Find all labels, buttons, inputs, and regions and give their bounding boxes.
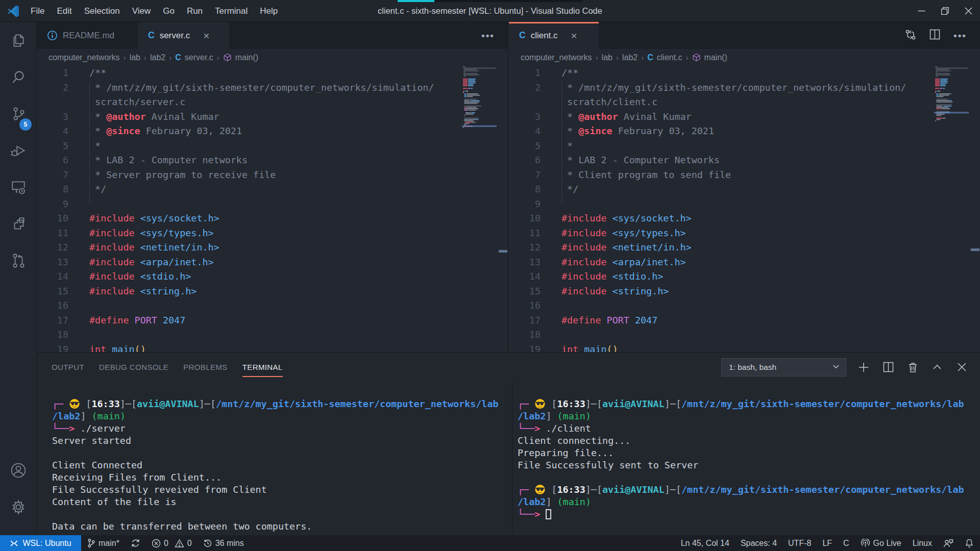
trash-icon — [908, 362, 918, 373]
breadcrumb-symbol[interactable]: main() — [235, 53, 258, 62]
activity-run-debug[interactable] — [0, 132, 37, 169]
split-editor-icon[interactable] — [929, 29, 940, 42]
menu-edit[interactable]: Edit — [51, 0, 78, 22]
menu-file[interactable]: File — [24, 0, 51, 22]
close-tab-icon[interactable]: × — [203, 30, 209, 41]
breadcrumb-folder[interactable]: lab2 — [622, 53, 638, 62]
kill-terminal-button[interactable] — [906, 361, 919, 373]
warnings-count: 0 — [187, 539, 192, 548]
close-window-button[interactable] — [957, 0, 980, 22]
breadcrumb-folder[interactable]: lab2 — [150, 53, 165, 62]
tab-readme-md[interactable]: README.md — [37, 22, 138, 49]
status-cursor-position[interactable]: Ln 45, Col 14 — [675, 535, 735, 551]
settings-gear-icon — [10, 498, 27, 516]
sunglasses-emoji-icon — [534, 398, 546, 409]
activity-explorer[interactable] — [0, 22, 37, 59]
breadcrumb-file[interactable]: server.c — [185, 53, 213, 62]
terminal-line: /lab2] (main) — [52, 410, 499, 422]
remote-indicator[interactable]: WSL: Ubuntu — [0, 535, 81, 551]
minimize-button[interactable] — [910, 0, 933, 22]
split-terminal-icon — [883, 362, 894, 372]
tab-server-c[interactable]: C server.c × — [138, 22, 229, 49]
terminal-cursor — [546, 509, 551, 519]
plus-icon — [858, 362, 869, 373]
code-editor-server[interactable]: 1/**2 * /mnt/z/my_git/sixth-semester/com… — [37, 66, 508, 352]
panel-tab-debug-console[interactable]: DEBUG CONSOLE — [99, 353, 168, 382]
menu-run[interactable]: Run — [181, 0, 209, 22]
activity-source-control[interactable]: 5 — [0, 95, 37, 132]
status-timer[interactable]: 36 mins — [198, 535, 250, 551]
terminal-server[interactable]: ┌─ [16:33]─[avii@AVINAL]─[/mnt/z/my_git/… — [52, 398, 499, 533]
extensions-icon — [10, 215, 27, 233]
c-file-icon: C — [148, 30, 155, 41]
close-panel-button[interactable] — [955, 361, 968, 373]
panel-tab-terminal[interactable]: TERMINAL — [242, 353, 283, 382]
activity-remote-explorer[interactable] — [0, 169, 37, 206]
restore-button[interactable] — [933, 0, 957, 22]
menu-terminal[interactable]: Terminal — [209, 0, 254, 22]
menu-selection[interactable]: Selection — [78, 0, 126, 22]
errors-icon — [152, 539, 161, 548]
breadcrumb-folder[interactable]: lab — [602, 53, 612, 62]
activity-accounts[interactable] — [0, 452, 37, 489]
close-tab-icon[interactable]: × — [571, 30, 577, 41]
activity-bar: 5 — [0, 22, 37, 535]
status-feedback[interactable] — [938, 535, 959, 551]
minimap[interactable] — [462, 66, 497, 352]
code-line: 19int main() — [37, 342, 508, 353]
activity-extensions[interactable] — [0, 206, 37, 242]
status-problems[interactable]: 0 0 — [146, 535, 198, 551]
terminal-picker-dropdown[interactable]: 1: bash, bash — [721, 358, 846, 377]
breadcrumb-folder[interactable]: computer_networks — [48, 53, 120, 62]
overview-ruler — [498, 66, 508, 352]
split-terminal-button[interactable] — [882, 361, 894, 373]
status-encoding[interactable]: UTF-8 — [782, 535, 817, 551]
code-line: 6 * LAB 2 - Computer networks — [37, 153, 508, 168]
code-editor-client[interactable]: 1/**2 * /mnt/z/my_git/sixth-semester/com… — [509, 66, 980, 352]
source-control-badge: 5 — [19, 118, 32, 131]
breadcrumb-file[interactable]: client.c — [657, 53, 682, 62]
menu-go[interactable]: Go — [157, 0, 181, 22]
status-os[interactable]: Linux — [907, 535, 938, 551]
vscode-window: File Edit Selection View Go Run Terminal… — [0, 0, 980, 551]
status-go-live[interactable]: Go Live — [855, 535, 907, 551]
status-branch[interactable]: main* — [81, 535, 125, 551]
breadcrumb-folder[interactable]: computer_networks — [521, 53, 592, 62]
menu-view[interactable]: View — [126, 0, 157, 22]
code-line: 5 * — [509, 139, 980, 154]
timer-label: 36 mins — [215, 539, 244, 548]
remote-explorer-icon — [10, 179, 27, 196]
menu-help[interactable]: Help — [254, 0, 284, 22]
code-line: 9 — [509, 197, 980, 212]
status-notifications[interactable] — [959, 535, 977, 551]
minimap[interactable] — [934, 66, 969, 352]
terminal-line: Preparing file... — [518, 447, 964, 459]
activity-search[interactable] — [0, 59, 37, 95]
panel-tab-output[interactable]: OUTPUT — [52, 353, 84, 382]
breadcrumb-symbol[interactable]: main() — [704, 53, 727, 62]
more-actions-icon[interactable]: ••• — [481, 30, 495, 41]
code-line: 11#include <sys/types.h> — [37, 226, 508, 241]
terminal-split-sash[interactable] — [512, 382, 512, 533]
terminal-line: /lab2] (main) — [518, 496, 964, 508]
status-eol[interactable]: LF — [817, 535, 838, 551]
code-line: 14#include <stdio.h> — [509, 269, 980, 284]
terminal-line: └──> ./client — [518, 422, 964, 435]
maximize-panel-button[interactable] — [931, 361, 943, 373]
activity-settings[interactable] — [0, 489, 37, 525]
panel-tab-problems[interactable]: PROBLEMS — [183, 353, 228, 382]
breadcrumb-folder[interactable]: lab — [130, 53, 140, 62]
terminal-line: Receiving Files from Client... — [52, 471, 499, 484]
terminal-client[interactable]: ┌─ [16:33]─[avii@AVINAL]─[/mnt/z/my_git/… — [518, 398, 964, 520]
panel-header: OUTPUT DEBUG CONSOLE PROBLEMS TERMINAL 1… — [37, 353, 980, 382]
tab-client-c[interactable]: C client.c × — [509, 22, 599, 49]
status-indentation[interactable]: Spaces: 4 — [735, 535, 782, 551]
status-sync[interactable] — [125, 535, 146, 551]
status-language[interactable]: C — [838, 535, 855, 551]
activity-github-pull-requests[interactable] — [0, 242, 37, 279]
broadcast-icon — [861, 539, 870, 548]
new-terminal-button[interactable] — [857, 361, 870, 373]
open-changes-icon[interactable] — [905, 29, 916, 42]
more-actions-icon[interactable]: ••• — [953, 30, 967, 41]
code-line: 3 * @author Avinal Kumar — [509, 110, 980, 124]
